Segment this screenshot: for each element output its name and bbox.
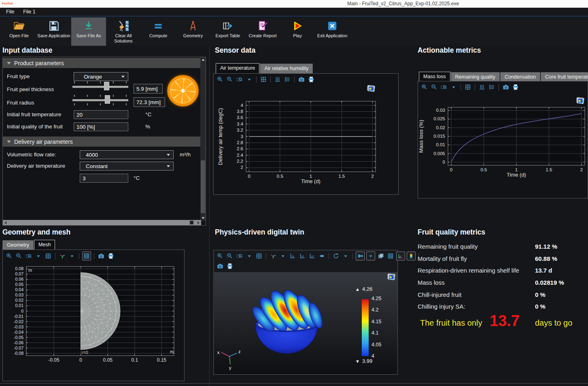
horizontal-scrollbar[interactable]: [3, 220, 201, 225]
view-xy-icon[interactable]: [289, 252, 297, 260]
printer-icon[interactable]: [226, 262, 234, 270]
menu-item-file-1[interactable]: File 1: [19, 9, 40, 15]
scroll-up-icon[interactable]: [202, 59, 205, 61]
geometry-button[interactable]: Geometry: [176, 17, 210, 46]
tab-core-fruit-temperature[interactable]: Core fruit temperature: [541, 72, 588, 82]
vertical-scrollbar[interactable]: [200, 57, 206, 221]
save-application-button[interactable]: Save Application: [36, 17, 71, 46]
tab-air-relative-humidity[interactable]: Air relative humidity: [260, 64, 313, 73]
transp-icon[interactable]: [377, 252, 385, 260]
zoom-extents-icon[interactable]: [44, 252, 52, 260]
persp-icon[interactable]: [318, 252, 326, 260]
compute-button[interactable]: Compute: [141, 17, 176, 46]
scrollbar-thumb[interactable]: [190, 221, 193, 224]
svg-text:0.5: 0.5: [277, 174, 283, 179]
caret-icon[interactable]: [68, 252, 76, 260]
zoom-extents-icon[interactable]: [255, 252, 263, 260]
tab-air-temperature[interactable]: Air temperature: [216, 63, 259, 73]
air-parameters-header[interactable]: Delivery air parameters: [3, 136, 201, 147]
camera-icon[interactable]: [216, 262, 224, 270]
slider-handle[interactable]: [105, 95, 110, 104]
fruit-type-dropdown[interactable]: Orange: [74, 72, 128, 81]
view-xz-icon[interactable]: [308, 252, 316, 260]
scroll-down-icon[interactable]: [202, 217, 205, 219]
caret-icon[interactable]: [245, 75, 253, 83]
zoom-out-icon[interactable]: [15, 252, 23, 260]
tab-mass-loss[interactable]: Mass loss: [419, 72, 450, 82]
grid-x-icon[interactable]: [274, 75, 282, 83]
caret-icon[interactable]: [34, 252, 42, 260]
zoom-in-icon[interactable]: [420, 83, 429, 91]
zoom-extents-icon[interactable]: [464, 83, 472, 91]
flow-rate-dropdown[interactable]: 4000: [80, 150, 174, 159]
fruit-radius-slider[interactable]: [72, 95, 128, 104]
legend-icon[interactable]: [407, 252, 416, 260]
view-yz-icon[interactable]: [298, 252, 306, 260]
svg-text:Time (d): Time (d): [301, 178, 321, 184]
toolbar-button-label: Save File As: [76, 33, 101, 38]
delivery-temp-input[interactable]: [80, 174, 128, 183]
open-file-button[interactable]: Open File: [2, 17, 36, 46]
product-parameters-header[interactable]: Product parameters: [3, 58, 201, 68]
play-button[interactable]: Play: [280, 17, 315, 46]
zoom-out-icon[interactable]: [430, 83, 438, 91]
colorbar-tick-label: 4.2: [371, 307, 381, 313]
fruit-radius-value[interactable]: 72.3 [mm]: [134, 97, 165, 107]
tab-remaining-quality[interactable]: Remaining quality: [451, 72, 500, 82]
peel-thickness-value[interactable]: 5.9 [mm]: [134, 84, 163, 94]
delivery-temp-dropdown[interactable]: Constant: [80, 162, 174, 171]
tab-geometry[interactable]: Geometry: [2, 240, 34, 250]
zoom-box-icon[interactable]: [236, 252, 244, 260]
scrollbar-thumb[interactable]: [201, 160, 205, 213]
zoom-in-icon[interactable]: [216, 252, 224, 260]
grid-y-icon[interactable]: [488, 83, 496, 91]
grid-y-icon[interactable]: [283, 75, 291, 83]
caret-icon[interactable]: [366, 252, 375, 260]
caret-icon[interactable]: [245, 252, 253, 260]
clear-all-solutions-button[interactable]: Clear All Solutions: [106, 17, 141, 46]
initial-temp-input[interactable]: [74, 110, 128, 119]
tab-mesh[interactable]: Mesh: [34, 240, 55, 250]
caret-icon[interactable]: [342, 252, 350, 260]
printer-icon[interactable]: [512, 83, 520, 91]
peel-thickness-slider[interactable]: [72, 81, 128, 91]
scroll-left-icon[interactable]: [4, 221, 6, 224]
grid16-icon[interactable]: [386, 252, 395, 260]
svg-text:-0.07: -0.07: [14, 345, 23, 350]
zoom-in-icon[interactable]: [5, 252, 13, 260]
grid-x-icon[interactable]: [478, 83, 486, 91]
printer-icon[interactable]: [107, 252, 115, 260]
colorbar-min: ▼3.99: [355, 358, 372, 364]
slider-handle[interactable]: [104, 82, 109, 90]
axis-icon[interactable]: [269, 252, 277, 260]
create-report-button[interactable]: Create Report: [245, 17, 280, 46]
grid16-icon[interactable]: [82, 252, 91, 260]
svg-text:-0.01: -0.01: [14, 314, 23, 319]
caret-icon[interactable]: [279, 252, 287, 260]
slider-track[interactable]: [72, 86, 128, 88]
zoom-extents-icon[interactable]: [259, 75, 267, 83]
rotate-icon[interactable]: [332, 252, 340, 260]
slider-track[interactable]: [72, 99, 128, 101]
exit-application-button[interactable]: Exit Application: [315, 17, 350, 46]
light-icon[interactable]: [356, 252, 365, 260]
zoom-box-icon[interactable]: [236, 75, 244, 83]
zoom-in-icon[interactable]: [216, 75, 224, 83]
zoom-box-icon[interactable]: [25, 252, 33, 260]
printer-icon[interactable]: [307, 75, 315, 83]
scroll-right-icon[interactable]: [197, 221, 200, 224]
zoom-box-icon[interactable]: [440, 83, 448, 91]
axis-icon[interactable]: [58, 252, 66, 260]
axisbox-icon[interactable]: [396, 252, 405, 260]
camera-icon[interactable]: [97, 252, 105, 260]
initial-quality-input[interactable]: [74, 122, 128, 131]
zoom-out-icon[interactable]: [226, 252, 234, 260]
zoom-out-icon[interactable]: [226, 75, 234, 83]
tab-condensation[interactable]: Condensation: [500, 72, 540, 82]
camera-icon[interactable]: [297, 75, 306, 83]
menu-item-file[interactable]: File: [2, 9, 19, 15]
camera-icon[interactable]: [502, 83, 510, 91]
export-table-button[interactable]: Export Table: [210, 17, 245, 46]
caret-icon[interactable]: [450, 83, 458, 91]
save-file-as-button[interactable]: Save File As: [71, 17, 106, 46]
